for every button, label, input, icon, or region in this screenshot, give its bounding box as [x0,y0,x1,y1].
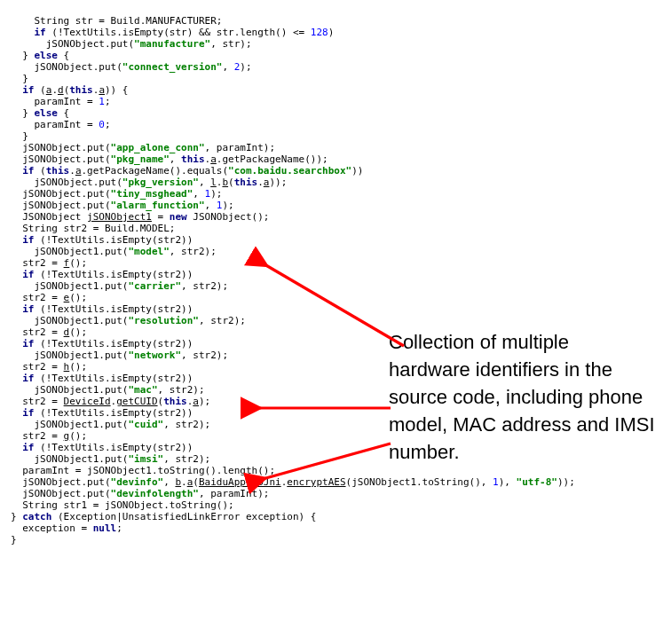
annotation-text: Collection of multiple hardware identifi… [389,328,655,466]
page: String str = Build.MANUFACTURER; if (!Te… [0,0,671,644]
source-code: String str = Build.MANUFACTURER; if (!Te… [11,15,660,546]
